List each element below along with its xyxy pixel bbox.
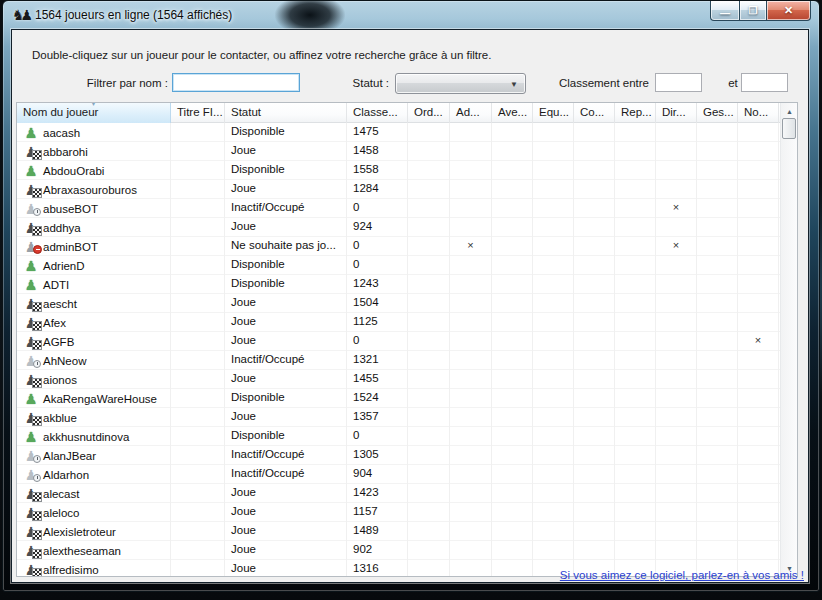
minimize-button[interactable]: — bbox=[710, 1, 739, 21]
player-status-cell: Joue bbox=[225, 332, 347, 351]
status-playing-icon: ♟ bbox=[23, 372, 39, 388]
share-link[interactable]: Si vous aimez ce logiciel, parlez-en à v… bbox=[560, 569, 804, 581]
table-row[interactable]: ♟AfexJoue1125 bbox=[17, 313, 780, 332]
status-playing-icon: ♟ bbox=[23, 486, 39, 502]
status-dropdown[interactable]: ▼ bbox=[395, 73, 526, 94]
scrollbar-thumb[interactable] bbox=[782, 118, 796, 139]
table-row[interactable]: ♟AdrienDDisponible0 bbox=[17, 256, 780, 275]
player-flag-cell bbox=[574, 370, 615, 389]
vertical-scrollbar[interactable]: ▲ ▼ bbox=[780, 103, 797, 576]
player-flag-cell bbox=[533, 446, 574, 465]
player-flag-cell bbox=[738, 123, 779, 142]
player-flag-cell bbox=[738, 313, 779, 332]
column-header-rep[interactable]: Rep... bbox=[615, 103, 656, 123]
player-flag-cell bbox=[615, 142, 656, 161]
table-row[interactable]: ♟abuseBOTInactif/Occupé0× bbox=[17, 199, 780, 218]
status-playing-icon: ♟ bbox=[23, 562, 39, 577]
player-flag-cell bbox=[615, 484, 656, 503]
table-header: ▼Nom du joueurTitre FI...StatutClasse...… bbox=[17, 103, 780, 123]
column-header-dir[interactable]: Dir... bbox=[656, 103, 697, 123]
table-row[interactable]: ♟aacashDisponible1475 bbox=[17, 123, 780, 142]
table-row[interactable]: ♟alecastJoue1423 bbox=[17, 484, 780, 503]
checker-badge-icon bbox=[33, 303, 41, 311]
player-flag-cell bbox=[574, 503, 615, 522]
status-playing-icon: ♟ bbox=[23, 524, 39, 540]
player-flag-cell bbox=[450, 123, 492, 142]
player-flag-cell bbox=[408, 199, 450, 218]
player-flag-cell bbox=[450, 541, 492, 560]
player-status-cell: Disponible bbox=[225, 161, 347, 180]
table-row[interactable]: ♟AlanJBearInactif/Occupé1305 bbox=[17, 446, 780, 465]
player-rating-cell: 0 bbox=[347, 256, 408, 275]
player-status-cell: Joue bbox=[225, 560, 347, 576]
column-header-nom-du-joueur[interactable]: ▼Nom du joueur bbox=[17, 103, 171, 123]
player-flag-cell bbox=[738, 503, 779, 522]
table-row[interactable]: ♟AbraxasouroburosJoue1284 bbox=[17, 180, 780, 199]
player-flag-cell bbox=[697, 370, 738, 389]
close-icon: ✕ bbox=[784, 5, 793, 16]
player-flag-cell: × bbox=[656, 237, 697, 256]
player-flag-cell bbox=[656, 313, 697, 332]
column-header-ord[interactable]: Ord... bbox=[408, 103, 450, 123]
maximize-button[interactable]: ❐ bbox=[739, 1, 767, 21]
table-row[interactable]: ♟AlexisletroteurJoue1489 bbox=[17, 522, 780, 541]
table-row[interactable]: ♟alelocoJoue1157 bbox=[17, 503, 780, 522]
player-name-cell: ♟alecast bbox=[17, 484, 171, 503]
status-label: Statut : bbox=[312, 77, 389, 89]
table-row[interactable]: ♟abbarohiJoue1458 bbox=[17, 142, 780, 161]
table-row[interactable]: ♟AbdouOrabiDisponible1558 bbox=[17, 161, 780, 180]
table-row[interactable]: ♟AldarhonInactif/Occupé904 bbox=[17, 465, 780, 484]
checker-badge-icon bbox=[33, 227, 41, 235]
player-status-cell: Joue bbox=[225, 218, 347, 237]
player-flag-cell bbox=[574, 446, 615, 465]
table-row[interactable]: ♟AkaRengaWareHouseDisponible1524 bbox=[17, 389, 780, 408]
column-header-statut[interactable]: Statut bbox=[225, 103, 347, 123]
table-row[interactable]: ♟AhNeowInactif/Occupé1321 bbox=[17, 351, 780, 370]
titlebar[interactable]: ♞♟ 1564 joueurs en ligne (1564 affichés)… bbox=[3, 1, 819, 29]
player-rating-cell: 1504 bbox=[347, 294, 408, 313]
column-header-equ[interactable]: Equ... bbox=[533, 103, 574, 123]
player-flag-cell bbox=[574, 332, 615, 351]
close-button[interactable]: ✕ bbox=[767, 1, 811, 21]
status-available-icon: ♟ bbox=[23, 391, 39, 407]
column-header-classe[interactable]: Classe... bbox=[347, 103, 408, 123]
table-row[interactable]: ♟adminBOTNe souhaite pas jo...0×× bbox=[17, 237, 780, 256]
player-flag-cell bbox=[533, 237, 574, 256]
rating-max-input[interactable] bbox=[741, 73, 788, 92]
status-playing-icon: ♟ bbox=[23, 220, 39, 236]
table-row[interactable]: ♟ADTIDisponible1243 bbox=[17, 275, 780, 294]
column-header-ad[interactable]: Ad... bbox=[450, 103, 492, 123]
player-flag-cell bbox=[492, 503, 533, 522]
column-header-ave[interactable]: Ave... bbox=[492, 103, 533, 123]
player-flag-cell bbox=[738, 370, 779, 389]
table-row[interactable]: ♟addhyaJoue924 bbox=[17, 218, 780, 237]
column-header-ges[interactable]: Ges... bbox=[697, 103, 738, 123]
player-name-cell: ♟Aldarhon bbox=[17, 465, 171, 484]
player-flag-cell bbox=[450, 332, 492, 351]
player-flag-cell bbox=[697, 332, 738, 351]
table-row[interactable]: ♟akblueJoue1357 bbox=[17, 408, 780, 427]
clock-badge-icon bbox=[33, 360, 41, 368]
player-flag-cell bbox=[450, 522, 492, 541]
player-rating-cell: 904 bbox=[347, 465, 408, 484]
rating-min-input[interactable] bbox=[655, 73, 702, 92]
status-available-icon: ♟ bbox=[23, 163, 39, 179]
table-row[interactable]: ♟aionosJoue1455 bbox=[17, 370, 780, 389]
name-filter-input[interactable] bbox=[172, 73, 300, 92]
table-row[interactable]: ♟AGFBJoue0× bbox=[17, 332, 780, 351]
table-row[interactable]: ♟aeschtJoue1504 bbox=[17, 294, 780, 313]
table-row[interactable]: ♟alextheseamanJoue902 bbox=[17, 541, 780, 560]
player-flag-cell bbox=[574, 180, 615, 199]
column-header-co[interactable]: Co... bbox=[574, 103, 615, 123]
column-header-no[interactable]: No... bbox=[738, 103, 779, 123]
column-header-titre-fi[interactable]: Titre FI... bbox=[171, 103, 225, 123]
status-playing-icon: ♟ bbox=[23, 334, 39, 350]
player-name: ADTI bbox=[43, 279, 69, 291]
scroll-up-button[interactable]: ▲ bbox=[781, 103, 798, 119]
player-flag-cell bbox=[533, 199, 574, 218]
player-flag-cell bbox=[533, 123, 574, 142]
table-row[interactable]: ♟akkhusnutdinovaDisponible0 bbox=[17, 427, 780, 446]
player-flag-cell bbox=[574, 389, 615, 408]
player-flag-cell bbox=[656, 275, 697, 294]
player-title-cell bbox=[171, 218, 225, 237]
